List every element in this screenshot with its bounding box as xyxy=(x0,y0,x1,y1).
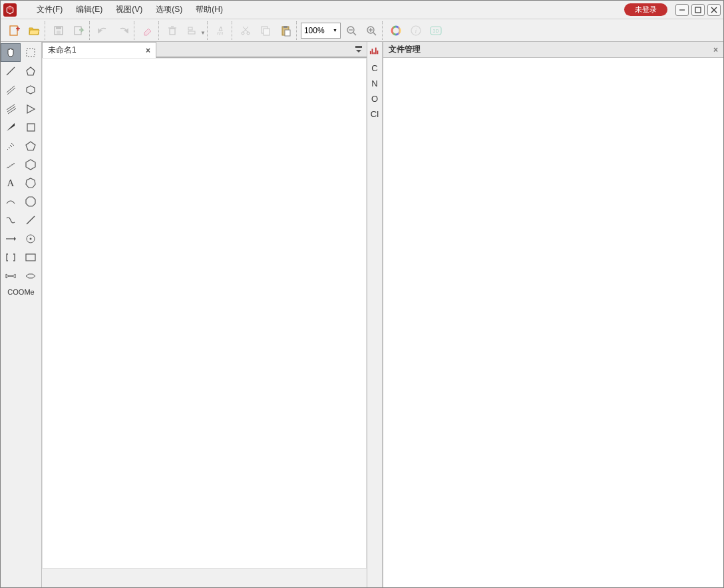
toolbar-group-zoom: 100% ▼ xyxy=(296,21,381,40)
tool-square[interactable] xyxy=(21,118,41,136)
toolbar-group-edit: ▼ xyxy=(158,21,206,40)
tool-ribbon1[interactable] xyxy=(1,267,21,285)
tool-line-diag[interactable] xyxy=(21,211,41,229)
diag-line-icon xyxy=(25,214,37,226)
toolbar-group-erase xyxy=(134,21,157,40)
svg-marker-49 xyxy=(27,105,35,113)
tool-wedge-solid[interactable] xyxy=(1,118,21,136)
3d-icon: 3D xyxy=(429,25,443,37)
chevron-down-icon: ▼ xyxy=(333,28,337,33)
tool-ring-heptagon[interactable] xyxy=(21,174,41,192)
svg-rect-14 xyxy=(188,27,192,30)
color-wheel-button[interactable] xyxy=(387,21,405,40)
toolbox: A xyxy=(1,42,42,587)
s-curve-icon xyxy=(5,214,17,226)
octagon-icon xyxy=(25,196,37,208)
svg-rect-72 xyxy=(377,51,379,54)
document-tab[interactable]: 未命名1 × xyxy=(42,42,156,58)
3d-button[interactable]: 3D xyxy=(427,21,445,40)
tool-ring-pentagon2[interactable] xyxy=(21,136,41,155)
copy-button[interactable] xyxy=(256,21,275,40)
svg-rect-40 xyxy=(27,49,35,57)
cut-button[interactable] xyxy=(236,21,255,40)
svg-line-60 xyxy=(27,216,35,224)
svg-line-16 xyxy=(218,32,218,35)
svg-point-19 xyxy=(242,32,244,35)
pentagon-icon xyxy=(25,65,37,77)
tool-curve[interactable] xyxy=(1,192,21,211)
svg-rect-66 xyxy=(355,46,362,48)
tool-play-triangle[interactable] xyxy=(21,99,41,118)
element-o[interactable]: O xyxy=(367,91,382,106)
redo-icon xyxy=(117,25,129,37)
tool-target[interactable] xyxy=(21,229,41,248)
toolbar-group-clipboard xyxy=(232,21,295,40)
tool-ribbon2[interactable] xyxy=(21,267,41,285)
line-icon xyxy=(5,65,17,77)
tool-ring-hexagon2[interactable] xyxy=(21,80,41,99)
export-button[interactable] xyxy=(69,21,88,40)
cut-icon xyxy=(240,25,252,37)
tool-arrow[interactable] xyxy=(1,229,21,248)
tool-select[interactable] xyxy=(21,43,41,62)
tool-s-curve[interactable] xyxy=(1,211,21,229)
menu-edit[interactable]: 编辑(E) xyxy=(69,1,109,18)
tool-bond-double[interactable] xyxy=(1,80,21,99)
element-bar: C N O Cl xyxy=(367,42,383,587)
redo-button[interactable] xyxy=(114,21,132,40)
tool-pan[interactable] xyxy=(1,43,21,62)
tool-text[interactable]: A xyxy=(1,174,21,192)
minimize-icon xyxy=(679,7,685,13)
minimize-button[interactable] xyxy=(675,4,689,16)
tool-bond-single[interactable] xyxy=(1,62,21,80)
clean-button[interactable] xyxy=(212,21,230,40)
close-button[interactable] xyxy=(707,4,721,16)
document-tab-close[interactable]: × xyxy=(146,46,150,55)
open-button[interactable] xyxy=(25,21,43,40)
paste-button[interactable] xyxy=(276,21,295,40)
tool-wedge-hash[interactable] xyxy=(1,136,21,155)
menu-help[interactable]: 帮助(H) xyxy=(189,1,230,18)
new-document-button[interactable] xyxy=(5,21,23,40)
zoom-select[interactable]: 100% ▼ xyxy=(301,23,341,39)
login-button[interactable]: 未登录 xyxy=(624,3,667,16)
element-spectrum-button[interactable] xyxy=(367,43,382,58)
tool-brackets[interactable] xyxy=(1,248,21,267)
undo-button[interactable] xyxy=(94,21,112,40)
tool-bond-triple[interactable] xyxy=(1,99,21,118)
canvas[interactable] xyxy=(42,58,367,569)
svg-text:3D: 3D xyxy=(433,29,439,33)
svg-rect-27 xyxy=(285,30,290,36)
align-button[interactable] xyxy=(183,21,202,40)
zoom-in-button[interactable] xyxy=(362,21,381,40)
tool-rect[interactable] xyxy=(21,248,41,267)
maximize-button[interactable] xyxy=(691,4,705,16)
menu-view[interactable]: 视图(V) xyxy=(109,1,149,18)
save-button[interactable] xyxy=(49,21,68,40)
delete-button[interactable] xyxy=(163,21,182,40)
info-button[interactable]: i xyxy=(407,21,425,40)
tool-ring-octagon[interactable] xyxy=(21,192,41,211)
save-icon xyxy=(53,25,65,37)
eraser-button[interactable] xyxy=(138,21,157,40)
svg-marker-45 xyxy=(27,86,35,94)
tool-ring-hexagon[interactable] xyxy=(21,155,41,174)
panel-title: 文件管理 xyxy=(389,44,713,55)
close-icon xyxy=(711,7,717,13)
svg-marker-57 xyxy=(26,160,35,170)
main-area: A xyxy=(1,42,723,587)
tabs-menu-button[interactable] xyxy=(355,45,363,53)
menu-file[interactable]: 文件(F) xyxy=(30,1,69,18)
panel-close-button[interactable]: × xyxy=(713,45,718,55)
zoom-out-button[interactable] xyxy=(342,21,361,40)
svg-rect-4 xyxy=(10,26,17,35)
maximize-icon xyxy=(695,7,701,13)
copy-icon xyxy=(260,25,272,37)
element-cl[interactable]: Cl xyxy=(367,106,382,122)
element-c[interactable]: C xyxy=(367,61,382,76)
tool-wavy-bond[interactable] xyxy=(1,155,21,174)
svg-line-41 xyxy=(7,67,15,75)
tool-ring-pentagon[interactable] xyxy=(21,62,41,80)
element-n[interactable]: N xyxy=(367,76,382,91)
menu-options[interactable]: 选项(S) xyxy=(149,1,189,18)
